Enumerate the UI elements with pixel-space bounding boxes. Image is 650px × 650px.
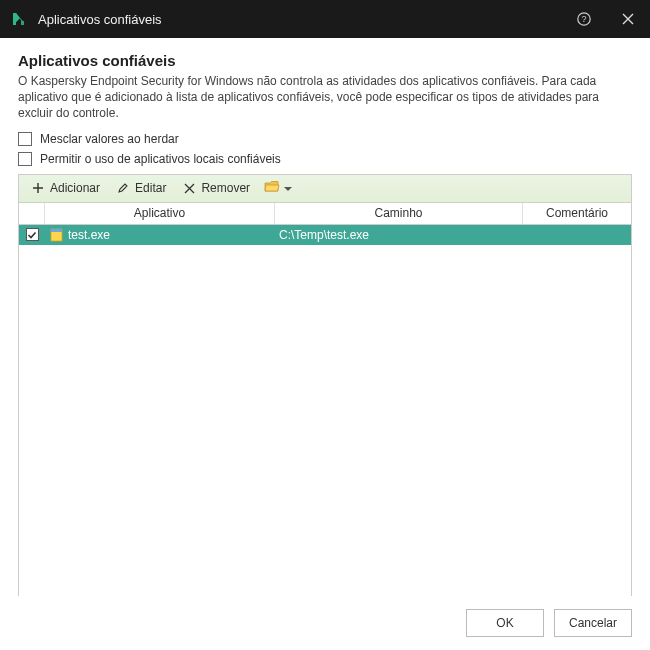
help-button[interactable]: ?	[562, 0, 606, 38]
checkbox-icon	[18, 132, 32, 146]
allow-local-option[interactable]: Permitir o uso de aplicativos locais con…	[18, 152, 632, 166]
col-checkbox	[19, 203, 45, 224]
page-heading: Aplicativos confiáveis	[18, 52, 632, 69]
table-row[interactable]: test.exe C:\Temp\test.exe	[19, 225, 631, 245]
folder-icon	[264, 180, 280, 196]
row-checkbox[interactable]	[26, 228, 39, 241]
file-icon	[49, 228, 63, 242]
titlebar: Aplicativos confiáveis ?	[0, 0, 650, 38]
page-description: O Kaspersky Endpoint Security for Window…	[18, 73, 632, 122]
col-comment[interactable]: Comentário	[523, 203, 631, 224]
x-icon	[182, 181, 196, 195]
pencil-icon	[116, 181, 130, 195]
apps-table: Adicionar Editar Remover	[18, 174, 632, 622]
content-area: Aplicativos confiáveis O Kaspersky Endpo…	[0, 38, 650, 622]
app-logo-icon	[10, 10, 28, 28]
svg-rect-4	[51, 229, 62, 232]
remove-label: Remover	[201, 181, 250, 195]
row-path: C:\Temp\test.exe	[279, 228, 369, 242]
cancel-button[interactable]: Cancelar	[554, 609, 632, 637]
allow-local-label: Permitir o uso de aplicativos locais con…	[40, 152, 281, 166]
svg-rect-0	[21, 21, 24, 25]
import-export-dropdown[interactable]	[260, 178, 296, 198]
col-app[interactable]: Aplicativo	[45, 203, 275, 224]
merge-inherit-option[interactable]: Mesclar valores ao herdar	[18, 132, 632, 146]
close-button[interactable]	[606, 0, 650, 38]
table-toolbar: Adicionar Editar Remover	[19, 175, 631, 203]
ok-button[interactable]: OK	[466, 609, 544, 637]
window-title: Aplicativos confiáveis	[38, 12, 562, 27]
add-label: Adicionar	[50, 181, 100, 195]
remove-button[interactable]: Remover	[176, 179, 256, 197]
plus-icon	[31, 181, 45, 195]
edit-label: Editar	[135, 181, 166, 195]
table-header: Aplicativo Caminho Comentário	[19, 203, 631, 225]
svg-text:?: ?	[581, 14, 586, 24]
checkbox-icon	[18, 152, 32, 166]
edit-button[interactable]: Editar	[110, 179, 172, 197]
table-body: test.exe C:\Temp\test.exe	[19, 225, 631, 621]
chevron-down-icon	[284, 181, 292, 195]
dialog-footer: OK Cancelar	[0, 596, 650, 650]
row-app-name: test.exe	[68, 228, 110, 242]
add-button[interactable]: Adicionar	[25, 179, 106, 197]
col-path[interactable]: Caminho	[275, 203, 523, 224]
merge-inherit-label: Mesclar valores ao herdar	[40, 132, 179, 146]
